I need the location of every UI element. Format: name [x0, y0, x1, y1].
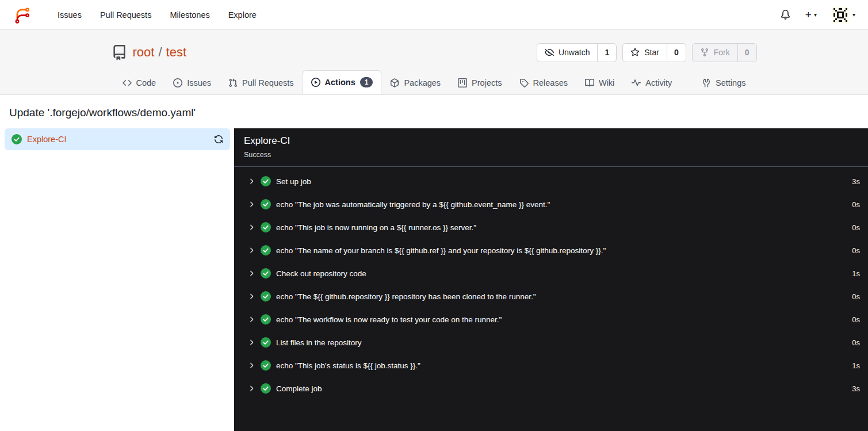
step-success-icon — [261, 222, 271, 232]
notifications-bell-icon[interactable] — [781, 10, 790, 20]
step-success-icon — [261, 337, 271, 348]
job-item-explore-ci[interactable]: Explore-CI — [5, 128, 230, 150]
chevron-down-icon: ▾ — [814, 12, 817, 18]
chevron-right-icon — [247, 384, 255, 392]
user-menu[interactable]: ▾ — [832, 6, 855, 24]
fork-button: Fork 0 — [692, 43, 757, 62]
tab-releases[interactable]: Releases — [511, 71, 576, 94]
tab-pull-requests-label: Pull Requests — [242, 78, 293, 87]
repo-action-buttons: Unwatch 1 Star 0 — [537, 43, 757, 62]
step-duration: 3s — [852, 177, 860, 186]
step-duration: 1s — [852, 269, 860, 278]
tab-actions-label: Actions — [325, 78, 355, 87]
tab-pull-requests[interactable]: Pull Requests — [220, 71, 302, 94]
tab-issues-label: Issues — [187, 78, 211, 87]
repo-owner-link[interactable]: root — [133, 45, 155, 60]
step-success-icon — [261, 176, 271, 186]
tab-packages-label: Packages — [404, 78, 441, 87]
tab-releases-label: Releases — [533, 78, 568, 87]
step-duration: 0s — [852, 246, 860, 255]
forgejo-logo-icon[interactable] — [13, 5, 32, 25]
job-step-row[interactable]: echo "The workflow is now ready to test … — [234, 308, 868, 331]
project-icon — [458, 78, 467, 87]
job-step-row[interactable]: Check out repository code 1s — [234, 262, 868, 285]
step-duration: 0s — [852, 338, 860, 347]
step-success-icon — [261, 314, 271, 325]
tab-wiki-label: Wiki — [599, 78, 614, 87]
tab-activity[interactable]: Activity — [623, 71, 680, 94]
create-new-dropdown[interactable]: + ▾ — [805, 9, 817, 20]
step-name: Complete job — [276, 384, 322, 393]
step-success-icon — [261, 383, 271, 394]
plus-icon: + — [805, 9, 812, 20]
job-step-row[interactable]: echo "This job's status is ${{ job.statu… — [234, 354, 868, 377]
tab-wiki[interactable]: Wiki — [576, 71, 623, 94]
star-count[interactable]: 0 — [667, 44, 686, 62]
step-name: echo "This job's status is ${{ job.statu… — [276, 361, 420, 370]
tab-settings-label: Settings — [716, 78, 745, 87]
navbar-item-explore[interactable]: Explore — [219, 0, 266, 30]
navbar-links: Issues Pull Requests Milestones Explore — [48, 0, 266, 30]
job-steps-list: Set up job 3s echo "The job was automati… — [234, 167, 868, 400]
tab-code[interactable]: Code — [114, 71, 165, 94]
job-step-row[interactable]: echo "This job is now running on a ${{ r… — [234, 216, 868, 239]
tab-packages[interactable]: Packages — [381, 71, 449, 94]
tab-code-label: Code — [136, 78, 156, 87]
chevron-right-icon — [247, 200, 255, 208]
tag-icon — [519, 78, 529, 87]
rerun-sync-icon[interactable] — [214, 135, 223, 144]
navbar-right: + ▾ ▾ — [781, 6, 855, 24]
navbar-item-pull-requests[interactable]: Pull Requests — [91, 0, 160, 30]
code-icon — [123, 78, 132, 87]
tab-settings[interactable]: Settings — [693, 71, 754, 94]
navbar-item-issues[interactable]: Issues — [48, 0, 91, 30]
success-check-icon — [12, 134, 22, 144]
step-duration: 0s — [852, 315, 860, 324]
package-icon — [390, 78, 399, 87]
repo-title-row: root / test Unwatch 1 — [112, 40, 757, 64]
chevron-right-icon — [247, 223, 255, 231]
chevron-right-icon — [247, 246, 255, 254]
tab-projects-label: Projects — [472, 78, 502, 87]
git-pull-request-icon — [228, 78, 238, 87]
star-icon — [630, 48, 640, 57]
job-step-row[interactable]: List files in the repository 0s — [234, 331, 868, 354]
job-step-row[interactable]: Set up job 3s — [234, 170, 868, 193]
chevron-right-icon — [247, 338, 255, 346]
navbar-item-milestones[interactable]: Milestones — [160, 0, 219, 30]
job-step-row[interactable]: echo "The ${{ github.repository }} repos… — [234, 285, 868, 308]
tab-actions[interactable]: Actions 1 — [303, 70, 382, 94]
job-step-row[interactable]: echo "The name of your branch is ${{ git… — [234, 239, 868, 262]
tab-projects[interactable]: Projects — [449, 71, 510, 94]
fork-count: 0 — [737, 44, 756, 62]
job-step-row[interactable]: echo "The job was automatically triggere… — [234, 193, 868, 216]
step-name: Set up job — [276, 177, 311, 186]
job-name: Explore-CI — [27, 135, 67, 144]
run-title: Update '.forgejo/workflows/demo.yaml' — [0, 95, 868, 128]
step-duration: 0s — [852, 292, 860, 301]
unwatch-label: Unwatch — [559, 48, 590, 57]
tab-issues[interactable]: Issues — [165, 71, 220, 94]
step-duration: 3s — [852, 384, 860, 393]
repo-name-link[interactable]: test — [166, 45, 186, 60]
play-circle-icon — [311, 78, 320, 87]
actions-count-badge: 1 — [360, 77, 373, 87]
repo-book-icon — [112, 45, 127, 60]
issue-opened-icon — [173, 78, 182, 87]
star-button[interactable]: Star 0 — [622, 43, 686, 62]
jobs-sidebar: Explore-CI — [0, 128, 234, 150]
chevron-down-icon: ▾ — [852, 12, 855, 18]
chevron-right-icon — [247, 269, 255, 277]
step-duration: 0s — [852, 200, 860, 209]
step-name: echo "The job was automatically triggere… — [276, 200, 550, 209]
job-log-header: Explore-CI Success — [234, 128, 868, 167]
top-navbar: Issues Pull Requests Milestones Explore … — [0, 0, 868, 30]
step-success-icon — [261, 199, 271, 209]
step-name: echo "This job is now running on a ${{ r… — [276, 223, 476, 232]
step-duration: 0s — [852, 223, 860, 232]
job-step-row[interactable]: Complete job 3s — [234, 377, 868, 400]
step-success-icon — [261, 291, 271, 302]
unwatch-button[interactable]: Unwatch 1 — [537, 43, 617, 62]
step-duration: 1s — [852, 361, 860, 370]
watch-count[interactable]: 1 — [597, 44, 616, 62]
